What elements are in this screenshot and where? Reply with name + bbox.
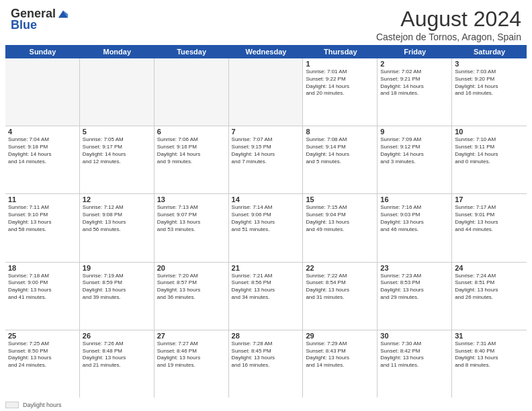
day-number: 7 [232, 128, 300, 136]
calendar-cell: 6Sunrise: 7:06 AM Sunset: 9:16 PM Daylig… [154, 126, 229, 193]
day-number: 19 [83, 264, 151, 272]
calendar-cell: 19Sunrise: 7:19 AM Sunset: 8:59 PM Dayli… [80, 263, 154, 330]
calendar-cell: 27Sunrise: 7:27 AM Sunset: 8:46 PM Dayli… [154, 330, 229, 398]
calendar-cell: 2Sunrise: 7:02 AM Sunset: 9:21 PM Daylig… [378, 58, 452, 126]
calendar-cell: 28Sunrise: 7:28 AM Sunset: 8:45 PM Dayli… [229, 330, 304, 398]
calendar-cell: 24Sunrise: 7:24 AM Sunset: 8:51 PM Dayli… [452, 263, 527, 330]
calendar-cell: 8Sunrise: 7:08 AM Sunset: 9:14 PM Daylig… [303, 126, 378, 193]
day-number: 28 [232, 332, 300, 340]
day-number: 9 [380, 128, 449, 136]
calendar-cell [154, 58, 229, 126]
calendar-header-cell: Friday [378, 45, 452, 58]
day-info: Sunrise: 7:28 AM Sunset: 8:45 PM Dayligh… [232, 340, 300, 369]
calendar-cell: 26Sunrise: 7:26 AM Sunset: 8:48 PM Dayli… [80, 330, 154, 398]
header: General Blue August 2024 Castejon de Tor… [0, 0, 532, 45]
calendar-cell: 12Sunrise: 7:12 AM Sunset: 9:08 PM Dayli… [80, 194, 154, 261]
day-info: Sunrise: 7:21 AM Sunset: 8:56 PM Dayligh… [232, 273, 300, 302]
day-number: 14 [232, 195, 300, 203]
day-info: Sunrise: 7:11 AM Sunset: 9:10 PM Dayligh… [8, 204, 77, 233]
day-info: Sunrise: 7:18 AM Sunset: 9:00 PM Dayligh… [8, 273, 77, 302]
calendar-cell: 5Sunrise: 7:05 AM Sunset: 9:17 PM Daylig… [80, 126, 154, 193]
day-info: Sunrise: 7:03 AM Sunset: 9:20 PM Dayligh… [455, 68, 524, 97]
calendar-row: 4Sunrise: 7:04 AM Sunset: 9:18 PM Daylig… [5, 126, 527, 194]
calendar-cell: 21Sunrise: 7:21 AM Sunset: 8:56 PM Dayli… [229, 263, 304, 330]
calendar-row: 1Sunrise: 7:01 AM Sunset: 9:22 PM Daylig… [5, 58, 527, 126]
footer-label: Daylight hours [23, 402, 62, 408]
day-info: Sunrise: 7:15 AM Sunset: 9:04 PM Dayligh… [306, 204, 374, 233]
day-info: Sunrise: 7:25 AM Sunset: 8:50 PM Dayligh… [8, 340, 77, 369]
logo-blue-text: Blue [11, 18, 37, 32]
calendar-row: 18Sunrise: 7:18 AM Sunset: 9:00 PM Dayli… [5, 263, 527, 330]
day-number: 10 [455, 128, 524, 136]
day-number: 29 [306, 332, 374, 340]
day-info: Sunrise: 7:08 AM Sunset: 9:14 PM Dayligh… [306, 136, 374, 165]
daylight-swatch [5, 402, 19, 408]
day-number: 8 [306, 128, 374, 136]
day-info: Sunrise: 7:10 AM Sunset: 9:11 PM Dayligh… [455, 136, 524, 165]
day-number: 2 [380, 60, 449, 68]
calendar-cell: 13Sunrise: 7:13 AM Sunset: 9:07 PM Dayli… [154, 194, 229, 261]
day-info: Sunrise: 7:06 AM Sunset: 9:16 PM Dayligh… [157, 136, 226, 165]
day-info: Sunrise: 7:31 AM Sunset: 8:40 PM Dayligh… [455, 340, 524, 369]
calendar-cell: 22Sunrise: 7:22 AM Sunset: 8:54 PM Dayli… [303, 263, 378, 330]
day-info: Sunrise: 7:20 AM Sunset: 8:57 PM Dayligh… [157, 273, 226, 302]
calendar-cell [5, 58, 80, 126]
day-number: 27 [157, 332, 226, 340]
day-info: Sunrise: 7:24 AM Sunset: 8:51 PM Dayligh… [455, 273, 524, 302]
calendar-cell: 25Sunrise: 7:25 AM Sunset: 8:50 PM Dayli… [5, 330, 80, 398]
day-info: Sunrise: 7:23 AM Sunset: 8:53 PM Dayligh… [380, 273, 449, 302]
day-number: 12 [83, 195, 151, 203]
day-info: Sunrise: 7:05 AM Sunset: 9:17 PM Dayligh… [83, 136, 151, 165]
logo-icon [57, 8, 69, 20]
calendar-cell: 17Sunrise: 7:17 AM Sunset: 9:01 PM Dayli… [452, 194, 527, 261]
calendar-header-cell: Tuesday [154, 45, 229, 58]
calendar-cell: 3Sunrise: 7:03 AM Sunset: 9:20 PM Daylig… [452, 58, 527, 126]
day-number: 26 [83, 332, 151, 340]
calendar-row: 25Sunrise: 7:25 AM Sunset: 8:50 PM Dayli… [5, 330, 527, 398]
calendar-cell: 23Sunrise: 7:23 AM Sunset: 8:53 PM Dayli… [378, 263, 452, 330]
day-number: 30 [380, 332, 449, 340]
day-number: 31 [455, 332, 524, 340]
day-info: Sunrise: 7:26 AM Sunset: 8:48 PM Dayligh… [83, 340, 151, 369]
day-info: Sunrise: 7:16 AM Sunset: 9:03 PM Dayligh… [380, 204, 449, 233]
day-number: 23 [380, 264, 449, 272]
calendar-header-cell: Saturday [452, 45, 527, 58]
calendar: SundayMondayTuesdayWednesdayThursdayFrid… [0, 45, 532, 400]
day-number: 17 [455, 195, 524, 203]
day-number: 15 [306, 195, 374, 203]
calendar-cell [80, 58, 154, 126]
day-number: 25 [8, 332, 77, 340]
calendar-cell: 30Sunrise: 7:30 AM Sunset: 8:42 PM Dayli… [378, 330, 452, 398]
day-info: Sunrise: 7:17 AM Sunset: 9:01 PM Dayligh… [455, 204, 524, 233]
day-number: 3 [455, 60, 524, 68]
day-info: Sunrise: 7:12 AM Sunset: 9:08 PM Dayligh… [83, 204, 151, 233]
day-info: Sunrise: 7:19 AM Sunset: 8:59 PM Dayligh… [83, 273, 151, 302]
day-info: Sunrise: 7:07 AM Sunset: 9:15 PM Dayligh… [232, 136, 300, 165]
day-number: 13 [157, 195, 226, 203]
footer: Daylight hours [0, 400, 532, 411]
calendar-body: 1Sunrise: 7:01 AM Sunset: 9:22 PM Daylig… [5, 58, 527, 398]
calendar-cell: 10Sunrise: 7:10 AM Sunset: 9:11 PM Dayli… [452, 126, 527, 193]
day-info: Sunrise: 7:30 AM Sunset: 8:42 PM Dayligh… [380, 340, 449, 369]
day-number: 5 [83, 128, 151, 136]
calendar-cell [229, 58, 304, 126]
calendar-header-cell: Monday [80, 45, 154, 58]
day-number: 4 [8, 128, 77, 136]
day-number: 1 [306, 60, 374, 68]
calendar-row: 11Sunrise: 7:11 AM Sunset: 9:10 PM Dayli… [5, 194, 527, 262]
calendar-header-cell: Sunday [5, 45, 80, 58]
calendar-cell: 31Sunrise: 7:31 AM Sunset: 8:40 PM Dayli… [452, 330, 527, 398]
day-info: Sunrise: 7:13 AM Sunset: 9:07 PM Dayligh… [157, 204, 226, 233]
logo: General Blue [11, 7, 69, 32]
page: General Blue August 2024 Castejon de Tor… [0, 0, 532, 411]
calendar-cell: 15Sunrise: 7:15 AM Sunset: 9:04 PM Dayli… [303, 194, 378, 261]
title-block: August 2024 Castejon de Tornos, Aragon, … [376, 7, 521, 42]
day-number: 22 [306, 264, 374, 272]
calendar-cell: 11Sunrise: 7:11 AM Sunset: 9:10 PM Dayli… [5, 194, 80, 261]
location-subtitle: Castejon de Tornos, Aragon, Spain [376, 32, 521, 42]
day-info: Sunrise: 7:22 AM Sunset: 8:54 PM Dayligh… [306, 273, 374, 302]
day-number: 11 [8, 195, 77, 203]
calendar-header-cell: Thursday [303, 45, 378, 58]
day-number: 6 [157, 128, 226, 136]
day-number: 21 [232, 264, 300, 272]
